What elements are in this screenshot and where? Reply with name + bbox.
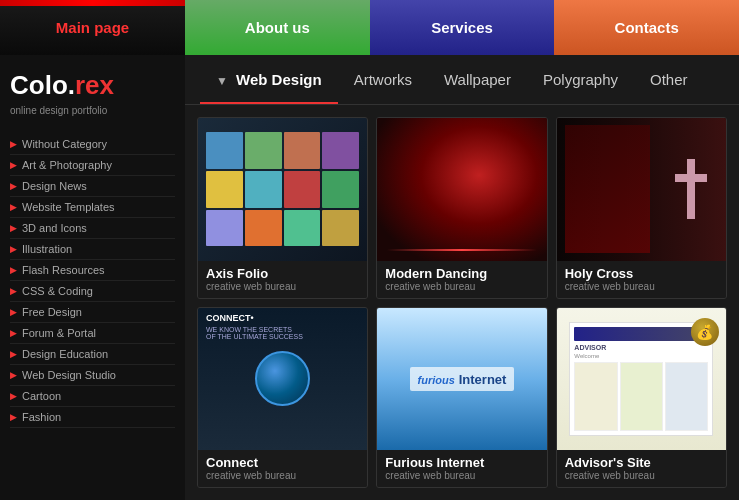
tab-other[interactable]: Other [634,63,704,96]
tab-polygraphy[interactable]: Polygraphy [527,63,634,96]
sidebar-item-without-category[interactable]: ▶ Without Category [10,134,175,155]
nav-services[interactable]: Services [370,0,555,55]
sidebar-item-css[interactable]: ▶ CSS & Coding [10,281,175,302]
portfolio-thumb-connect: CONNECT• WE KNOW THE SECRETSOF THE ULTIM… [198,308,367,451]
portfolio-subtitle: creative web bureau [565,281,718,292]
sidebar-item-cartoon[interactable]: ▶ Cartoon [10,386,175,407]
bullet-icon: ▶ [10,349,17,359]
sidebar-label: Fashion [22,411,61,423]
bullet-icon: ▶ [10,160,17,170]
portfolio-thumb-holycross [557,118,726,261]
bullet-icon: ▶ [10,307,17,317]
sidebar-label: Without Category [22,138,107,150]
chevron-down-icon: ▼ [216,74,228,88]
sidebar-label: Cartoon [22,390,61,402]
bullet-icon: ▶ [10,265,17,275]
bullet-icon: ▶ [10,223,17,233]
nav-main-label: Main page [56,19,129,36]
bullet-icon: ▶ [10,391,17,401]
sidebar-item-design-education[interactable]: ▶ Design Education [10,344,175,365]
portfolio-item-modern-dancing[interactable]: Modern Dancing creative web bureau [376,117,547,299]
portfolio-title: Axis Folio [206,266,359,281]
logo-tagline: online design portfolio [10,105,175,116]
portfolio-item-connect[interactable]: CONNECT• WE KNOW THE SECRETSOF THE ULTIM… [197,307,368,489]
portfolio-thumb-dancing [377,118,546,261]
nav-contacts[interactable]: Contacts [554,0,739,55]
sidebar-label: Free Design [22,306,82,318]
portfolio-grid: Axis Folio creative web bureau Modern Da… [185,105,739,500]
category-tabs: ▼ Web Design Artworks Wallpaper Polygrap… [185,55,739,105]
logo-colo: Colo. [10,70,75,100]
portfolio-thumb-internet: furious Internet [377,308,546,451]
bullet-icon: ▶ [10,244,17,254]
tab-wallpaper[interactable]: Wallpaper [428,63,527,96]
portfolio-info: Connect creative web bureau [198,450,367,487]
nav-about[interactable]: About us [185,0,370,55]
internet-logo: furious Internet [410,367,515,391]
nav-main[interactable]: Main page [0,0,185,55]
sidebar-item-illustration[interactable]: ▶ Illustration [10,239,175,260]
bullet-icon: ▶ [10,139,17,149]
nav-contacts-label: Contacts [615,19,679,36]
sidebar-item-free-design[interactable]: ▶ Free Design [10,302,175,323]
portfolio-title: Furious Internet [385,455,538,470]
portfolio-info: Axis Folio creative web bureau [198,261,367,298]
sidebar-label: Web Design Studio [22,369,116,381]
portfolio-item-advisors-site[interactable]: ADVISOR Welcome 💰 [556,307,727,489]
bullet-icon: ▶ [10,181,17,191]
portfolio-subtitle: creative web bureau [206,281,359,292]
tab-web-design[interactable]: ▼ Web Design [200,63,338,96]
sidebar-item-design-news[interactable]: ▶ Design News [10,176,175,197]
portfolio-title: Modern Dancing [385,266,538,281]
sidebar-label: 3D and Icons [22,222,87,234]
portfolio-subtitle: creative web bureau [385,281,538,292]
sidebar: Colo.rex online design portfolio ▶ Witho… [0,55,185,500]
tab-artworks[interactable]: Artworks [338,63,428,96]
sidebar-label: Flash Resources [22,264,105,276]
sidebar-item-flash[interactable]: ▶ Flash Resources [10,260,175,281]
portfolio-item-axis-folio[interactable]: Axis Folio creative web bureau [197,117,368,299]
portfolio-subtitle: creative web bureau [385,470,538,481]
top-navigation: Main page About us Services Contacts [0,0,739,55]
bullet-icon: ▶ [10,370,17,380]
bullet-icon: ▶ [10,412,17,422]
portfolio-thumb-axis [198,118,367,261]
logo: Colo.rex [10,70,175,101]
sidebar-label: Art & Photography [22,159,112,171]
bullet-icon: ▶ [10,202,17,212]
content-area: ▼ Web Design Artworks Wallpaper Polygrap… [185,55,739,500]
sidebar-label: Website Templates [22,201,115,213]
sidebar-item-fashion[interactable]: ▶ Fashion [10,407,175,428]
sidebar-item-web-studio[interactable]: ▶ Web Design Studio [10,365,175,386]
portfolio-subtitle: creative web bureau [565,470,718,481]
sidebar-item-website-templates[interactable]: ▶ Website Templates [10,197,175,218]
portfolio-info: Holy Cross creative web bureau [557,261,726,298]
bullet-icon: ▶ [10,328,17,338]
portfolio-item-furious-internet[interactable]: furious Internet Furious Internet creati… [376,307,547,489]
portfolio-item-holy-cross[interactable]: Holy Cross creative web bureau [556,117,727,299]
portfolio-title: Connect [206,455,359,470]
bullet-icon: ▶ [10,286,17,296]
portfolio-subtitle: creative web bureau [206,470,359,481]
portfolio-thumb-advisor: ADVISOR Welcome 💰 [557,308,726,451]
portfolio-info: Advisor's Site creative web bureau [557,450,726,487]
sidebar-item-forum[interactable]: ▶ Forum & Portal [10,323,175,344]
main-layout: Colo.rex online design portfolio ▶ Witho… [0,55,739,500]
sidebar-label: Design Education [22,348,108,360]
nav-services-label: Services [431,19,493,36]
logo-rex: rex [75,70,114,100]
portfolio-title: Advisor's Site [565,455,718,470]
sidebar-label: Forum & Portal [22,327,96,339]
portfolio-info: Modern Dancing creative web bureau [377,261,546,298]
nav-about-label: About us [245,19,310,36]
portfolio-title: Holy Cross [565,266,718,281]
sidebar-label: Design News [22,180,87,192]
sidebar-item-art[interactable]: ▶ Art & Photography [10,155,175,176]
sidebar-item-3d-icons[interactable]: ▶ 3D and Icons [10,218,175,239]
sidebar-label: Illustration [22,243,72,255]
sidebar-label: CSS & Coding [22,285,93,297]
portfolio-info: Furious Internet creative web bureau [377,450,546,487]
